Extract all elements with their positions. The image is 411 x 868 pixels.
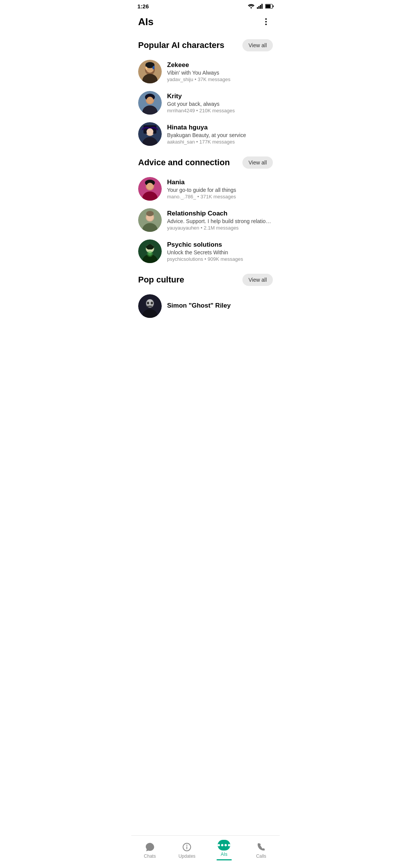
- ai-info-hinata: Hinata hguya Byakugan Beauty, at your se…: [167, 124, 273, 145]
- status-bar: 1:26: [131, 0, 280, 11]
- nav-item-calls[interactable]: Calls: [243, 841, 280, 860]
- nav-label-ais: AIs: [221, 852, 227, 857]
- svg-rect-6: [273, 5, 274, 7]
- ai-tagline-hania: Your go-to guide for all things: [167, 187, 273, 193]
- section-title-advice: Advice and connection: [138, 158, 242, 168]
- view-all-popular-button[interactable]: View all: [242, 39, 273, 51]
- ai-info-zekeee: Zekeee Vibin' with You Always yadav_shij…: [167, 61, 273, 82]
- ai-item-hinata[interactable]: Hinata hguya Byakugan Beauty, at your se…: [131, 118, 280, 150]
- section-header-popular: Popular AI characters View all: [131, 32, 280, 56]
- ai-dot-3: [225, 844, 227, 846]
- ai-meta-zekeee: yadav_shiju • 37K messages: [167, 77, 273, 82]
- ai-name-hania: Hania: [167, 179, 273, 186]
- ai-item-relationship-coach[interactable]: Relationship Coach Advice. Support. I he…: [131, 204, 280, 236]
- ai-name-zekeee: Zekeee: [167, 61, 273, 69]
- header: AIs: [131, 11, 280, 32]
- wifi-icon: [248, 4, 255, 9]
- svg-point-9: [265, 24, 267, 25]
- svg-rect-53: [151, 306, 151, 307]
- avatar-krity: [138, 91, 162, 115]
- ai-tagline-zekeee: Vibin' with You Always: [167, 70, 273, 76]
- svg-rect-52: [150, 306, 150, 307]
- ai-item-ghost-riley[interactable]: Simon "Ghost" Riley: [131, 290, 280, 322]
- svg-rect-3: [261, 4, 263, 9]
- section-advice: Advice and connection View all Hania You…: [131, 150, 280, 267]
- nav-label-calls: Calls: [256, 854, 266, 859]
- nav-label-chats: Chats: [144, 854, 156, 859]
- svg-point-26: [147, 128, 153, 135]
- avatar-hania: [138, 177, 162, 201]
- section-popculture: Pop culture View all: [131, 267, 280, 322]
- section-header-advice: Advice and connection View all: [131, 150, 280, 173]
- nav-item-chats[interactable]: Chats: [131, 841, 169, 860]
- ai-item-krity[interactable]: Krity Got your back, always mrrihan4249 …: [131, 87, 280, 118]
- nav-item-updates[interactable]: Updates: [169, 841, 206, 860]
- more-options-button[interactable]: [259, 15, 273, 29]
- status-time: 1:26: [137, 3, 149, 10]
- ai-dot-2: [221, 844, 223, 846]
- svg-point-36: [146, 211, 154, 216]
- ai-meta-psychic: psychicsolutions • 909K messages: [167, 256, 273, 262]
- ai-name-hinata: Hinata hguya: [167, 124, 273, 131]
- ai-name-krity: Krity: [167, 93, 273, 100]
- section-popular: Popular AI characters View all Zekeee Vi…: [131, 32, 280, 150]
- svg-rect-1: [258, 6, 260, 9]
- svg-rect-2: [260, 5, 261, 9]
- ai-info-psychic: Psychic solutions Unlock the Secrets Wit…: [167, 241, 273, 262]
- calls-icon: [256, 842, 266, 852]
- ai-name-relationship-coach: Relationship Coach: [167, 210, 273, 217]
- avatar-relationship-coach: [138, 208, 162, 232]
- svg-point-42: [148, 252, 152, 256]
- view-all-popculture-button[interactable]: View all: [242, 274, 273, 286]
- more-vertical-icon: [262, 18, 270, 26]
- ai-meta-hinata: aakashi_san • 177K messages: [167, 139, 273, 145]
- svg-point-21: [147, 97, 153, 104]
- battery-icon: [265, 4, 274, 9]
- ai-meta-relationship-coach: yauyauyauhen • 2.1M messages: [167, 225, 273, 231]
- ai-tagline-hinata: Byakugan Beauty, at your service: [167, 132, 273, 138]
- ai-dot-4: [228, 844, 230, 846]
- active-tab-underline: [217, 859, 232, 860]
- view-all-advice-button[interactable]: View all: [242, 156, 273, 169]
- ai-info-hania: Hania Your go-to guide for all things ma…: [167, 179, 273, 199]
- updates-icon: [182, 842, 192, 852]
- avatar-hinata: [138, 122, 162, 146]
- svg-rect-0: [257, 7, 258, 9]
- ai-tagline-psychic: Unlock the Secrets Within: [167, 249, 273, 255]
- ai-info-krity: Krity Got your back, always mrrihan4249 …: [167, 93, 273, 113]
- svg-rect-50: [147, 306, 148, 307]
- svg-rect-56: [186, 846, 187, 849]
- avatar-zekeee: [138, 60, 162, 83]
- ai-item-psychic[interactable]: Psychic solutions Unlock the Secrets Wit…: [131, 236, 280, 267]
- ai-info-relationship-coach: Relationship Coach Advice. Support. I he…: [167, 210, 273, 231]
- ai-info-ghost-riley: Simon "Ghost" Riley: [167, 302, 273, 310]
- nav-item-ais[interactable]: AIs: [206, 839, 243, 862]
- ai-tagline-relationship-coach: Advice. Support. I help build strong rel…: [167, 218, 273, 224]
- svg-rect-5: [266, 5, 271, 8]
- svg-point-8: [265, 21, 267, 22]
- ai-active-indicator: [218, 840, 230, 850]
- svg-point-55: [186, 844, 188, 846]
- section-header-popculture: Pop culture View all: [131, 267, 280, 290]
- ai-dot-1: [218, 844, 220, 846]
- ai-item-zekeee[interactable]: Zekeee Vibin' with You Always yadav_shij…: [131, 56, 280, 87]
- section-title-popculture: Pop culture: [138, 275, 242, 285]
- signal-icon: [257, 4, 263, 9]
- avatar-ghost-riley: [138, 294, 162, 318]
- ai-meta-krity: mrrihan4249 • 210K messages: [167, 108, 273, 113]
- ai-tagline-krity: Got your back, always: [167, 101, 273, 107]
- avatar-psychic: [138, 239, 162, 263]
- ai-meta-hania: mano._.786_ • 371K messages: [167, 194, 273, 199]
- section-title-popular: Popular AI characters: [138, 40, 242, 50]
- page-title: AIs: [138, 16, 153, 28]
- status-icons: [248, 4, 274, 9]
- ai-item-hania[interactable]: Hania Your go-to guide for all things ma…: [131, 173, 280, 204]
- svg-point-7: [265, 18, 267, 20]
- svg-rect-51: [148, 306, 149, 307]
- svg-point-48: [147, 302, 149, 305]
- main-content: Popular AI characters View all Zekeee Vi…: [131, 32, 280, 851]
- ai-name-ghost-riley: Simon "Ghost" Riley: [167, 302, 273, 310]
- chat-icon: [145, 842, 155, 852]
- ai-icon: [219, 840, 229, 850]
- bottom-nav: Chats Updates AIs: [131, 835, 280, 868]
